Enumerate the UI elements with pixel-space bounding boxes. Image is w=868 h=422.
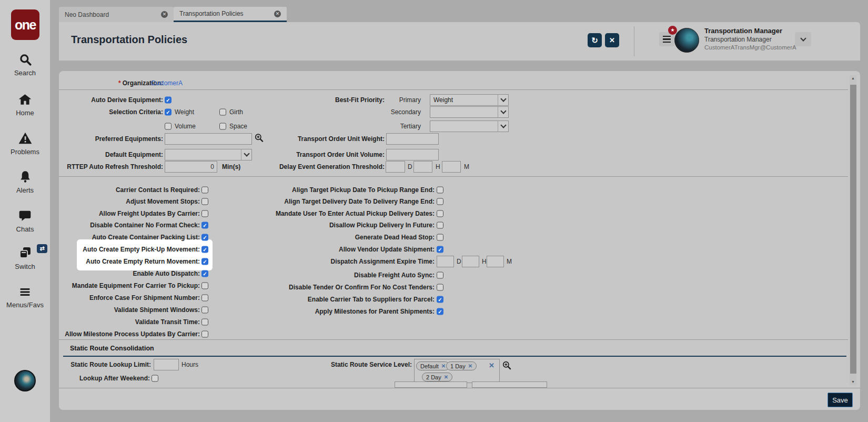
scrollbar-thumb[interactable] <box>850 85 856 374</box>
dispatch-days-input[interactable] <box>437 256 454 267</box>
checkbox[interactable] <box>437 246 443 253</box>
service-level-chip[interactable]: 1 Day✕ <box>446 361 477 370</box>
dispatch-expire-row: Dispatch Assignment Expire Time: D H M <box>59 256 848 267</box>
user-menu-button[interactable] <box>795 32 811 46</box>
switch-icon <box>18 253 33 262</box>
policy-row: Allow Milestone Process Updates By Carri… <box>59 328 848 340</box>
checkbox-label: Mandate User To Enter Actual Pickup Deli… <box>276 210 435 217</box>
switch-shortcut-badge[interactable]: ⇄ <box>37 244 47 253</box>
field-label: Transport Order Unit Weight: <box>298 135 385 143</box>
checkbox-label: Align Target Pickup Date To Pickup Range… <box>292 186 435 194</box>
unit-label: Hours <box>181 361 198 368</box>
refresh-icon: ↻ <box>591 36 598 45</box>
unit-label: H <box>482 258 487 265</box>
tou-weight-input[interactable] <box>386 133 439 145</box>
remove-chip-icon[interactable]: ✕ <box>441 363 446 369</box>
checkbox-label: Enable Carrier Tab to Suppliers for Parc… <box>308 296 435 303</box>
clipped-field <box>472 381 547 388</box>
sidebar-item-problems[interactable]: Problems <box>0 131 50 156</box>
sidebar-item-search[interactable]: Search <box>0 53 50 77</box>
field-label: Dispatch Assignment Expire Time: <box>331 258 435 265</box>
search-icon <box>18 59 32 68</box>
user-avatar[interactable] <box>674 28 699 53</box>
warning-icon <box>18 138 33 147</box>
sub-label: Primary <box>399 96 421 104</box>
scroll-up-icon[interactable]: ▲ <box>850 75 856 82</box>
delay-hours-input[interactable] <box>413 161 432 173</box>
tab-transportation-policies[interactable]: Transportation Policies ✕ <box>174 7 287 22</box>
close-page-button[interactable]: ✕ <box>605 33 619 47</box>
delay-minutes-input[interactable] <box>442 161 461 173</box>
home-icon <box>18 99 32 108</box>
chevron-down-icon <box>500 122 506 128</box>
left-sidebar: one Search Home Problems Alerts Chats Sw… <box>0 0 50 422</box>
assistant-avatar[interactable] <box>14 370 36 391</box>
one-logo[interactable]: one <box>11 9 39 40</box>
user-email: CustomerATransMgr@CustomerA <box>704 44 796 51</box>
transportation-policies-form: *Organization: CustomerA Auto Derive Equ… <box>59 71 860 410</box>
section-underline <box>63 356 846 357</box>
required-asterisk: * <box>118 79 121 87</box>
checkbox[interactable] <box>437 284 443 291</box>
sidebar-item-menus-favs[interactable]: Menus/Favs <box>0 286 50 309</box>
checkbox[interactable] <box>201 319 208 326</box>
chevron-down-icon <box>500 96 506 102</box>
best-fit-primary-select[interactable]: Weight <box>430 94 509 106</box>
checkbox[interactable] <box>437 198 443 205</box>
sidebar-item-chats[interactable]: Chats <box>0 209 50 233</box>
remove-chip-icon[interactable]: ✕ <box>468 363 472 369</box>
checkbox-label: Generate Dead Head Stop: <box>355 234 435 241</box>
search-plus-icon[interactable] <box>502 361 511 372</box>
checkbox[interactable] <box>437 210 443 217</box>
page-header: Transportation Policies ↻ ✕ ★ Transporta… <box>59 22 860 61</box>
tab-neo-dashboard[interactable]: Neo Dashboard ✕ <box>59 7 174 22</box>
tou-weight-row: Transport Order Unit Weight: <box>59 133 848 145</box>
dispatch-hours-input[interactable] <box>462 256 479 267</box>
refresh-button[interactable]: ↻ <box>588 33 602 47</box>
sidebar-item-label: Chats <box>0 225 50 233</box>
checkbox[interactable] <box>437 296 443 303</box>
unit-label: M <box>507 258 512 265</box>
lookup-limit-input[interactable] <box>154 359 179 370</box>
unit-label: M <box>464 163 469 170</box>
checkbox[interactable] <box>437 234 443 241</box>
tou-volume-input[interactable] <box>386 149 439 160</box>
best-fit-tertiary-select[interactable] <box>430 120 509 132</box>
save-button[interactable]: Save <box>827 393 853 407</box>
close-tab-icon[interactable]: ✕ <box>274 11 281 17</box>
sidebar-item-home[interactable]: Home <box>0 93 50 117</box>
delay-days-input[interactable] <box>386 161 405 173</box>
dispatch-minutes-input[interactable] <box>487 256 504 267</box>
clear-all-icon[interactable]: ✕ <box>489 361 494 369</box>
page-title: Transportation Policies <box>71 34 187 46</box>
organization-row: *Organization: CustomerA <box>59 77 848 89</box>
best-fit-secondary-select[interactable] <box>430 106 509 118</box>
scroll-down-icon[interactable]: ▼ <box>850 379 856 385</box>
main-area: Neo Dashboard ✕ Transportation Policies … <box>50 0 868 422</box>
field-label: Delay Event Generation Threshold: <box>279 163 385 170</box>
checkbox[interactable] <box>437 308 443 315</box>
checkbox[interactable] <box>437 187 443 194</box>
sidebar-item-label: Problems <box>0 148 50 156</box>
checkbox-label: Allow Vendor Update Shipment: <box>339 246 435 253</box>
checkbox[interactable] <box>201 331 208 338</box>
divider <box>59 176 848 177</box>
delay-event-row: Delay Event Generation Threshold: D H M <box>59 161 848 173</box>
service-level-chip[interactable]: Default✕ <box>416 361 450 370</box>
organization-link[interactable]: CustomerA <box>151 79 183 87</box>
sidebar-item-alerts[interactable]: Alerts <box>0 169 50 194</box>
best-fit-primary-row: Best-Fit Priority: Primary Weight <box>59 94 848 106</box>
vertical-scrollbar[interactable]: ▲ ▼ <box>850 75 856 385</box>
tab-label: Transportation Policies <box>179 10 244 17</box>
sidebar-item-label: Home <box>0 109 50 117</box>
checkbox[interactable] <box>437 272 443 279</box>
checkbox[interactable] <box>152 375 158 382</box>
header-divider <box>634 26 634 56</box>
checkbox[interactable] <box>437 222 443 229</box>
close-tab-icon[interactable]: ✕ <box>161 11 168 18</box>
sidebar-item-label: Switch <box>0 263 50 270</box>
unit-label: D <box>457 258 461 265</box>
best-fit-tertiary-row: Tertiary <box>59 120 848 132</box>
chevron-down-icon <box>800 35 806 41</box>
form-footer: Save <box>59 388 860 410</box>
